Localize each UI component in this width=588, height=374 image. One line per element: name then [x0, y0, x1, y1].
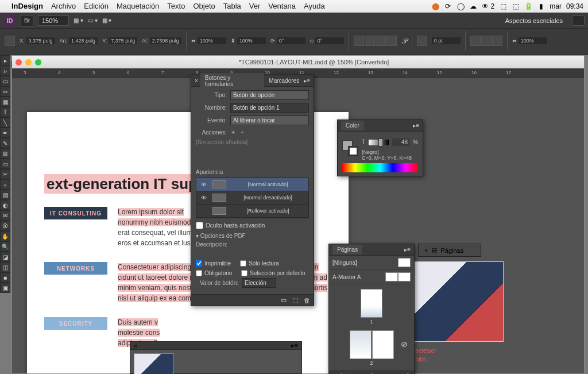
close-icon[interactable]: × [424, 247, 428, 254]
menu-maquetacion[interactable]: Maquetación [117, 2, 159, 10]
sync-icon[interactable]: ⟳ [444, 2, 452, 10]
reference-point[interactable] [5, 36, 15, 46]
content-collector-tool[interactable]: ▦ [0, 97, 10, 107]
fill-stroke-proxy[interactable] [342, 140, 358, 156]
close-icon[interactable]: × [195, 78, 198, 84]
rectangle-tool[interactable]: ▭ [0, 159, 10, 169]
button-value-input[interactable]: Elección [242, 278, 276, 288]
preview-icon[interactable]: ▭ [281, 296, 287, 304]
color-panel[interactable]: Color ▸≡ T 48 % [Negro] C=0, M=0, Y=0, K… [337, 119, 423, 176]
fx-scale-x[interactable]: 100% [519, 37, 547, 44]
readonly-checkbox[interactable]: Sólo lectura [240, 260, 279, 267]
hidden-checkbox[interactable]: Oculto hasta activación [196, 222, 309, 229]
actions-list[interactable]: [Sin acción añadida] [196, 139, 309, 165]
remove-action-icon[interactable]: － [239, 128, 245, 136]
pages-panel[interactable]: Páginas ▸≡ [Ninguna] A-Master A 1 ⊘ 2 2 … [328, 244, 415, 374]
screen-mode-tool[interactable]: ▣ [0, 283, 10, 293]
state-rollover-on[interactable]: [Rollover activado] [196, 205, 308, 218]
tab-pages[interactable]: Páginas [332, 245, 362, 255]
note-tool[interactable]: ✉ [0, 210, 10, 221]
pages-dock-label[interactable]: Páginas [440, 247, 463, 254]
convert-icon[interactable]: ⬚ [292, 296, 298, 304]
pencil-tool[interactable]: ✎ [0, 138, 10, 148]
alert-icon[interactable]: ⬤ [431, 2, 439, 10]
indesign-icon[interactable]: ID [3, 14, 16, 27]
panel-menu-icon[interactable]: ▸≡ [404, 246, 411, 253]
clock-day[interactable]: mar [550, 2, 562, 10]
description-input[interactable] [196, 250, 309, 259]
master-none[interactable]: [Ninguna] [329, 256, 414, 270]
clock-time[interactable]: 09:34 [566, 2, 583, 10]
tint-value[interactable]: 48 [392, 138, 409, 146]
page-thumb-1[interactable] [361, 289, 382, 318]
width-field[interactable]: 1,428 pulg [69, 37, 98, 44]
menu-edicion[interactable]: Edición [84, 2, 109, 10]
window-traffic-lights[interactable] [16, 59, 41, 65]
x-field[interactable]: 9,375 pulg [26, 37, 55, 44]
selection-tool[interactable]: ▸ [0, 55, 10, 65]
battery-icon[interactable]: 🔋 [524, 2, 532, 10]
gap-tool[interactable]: ⇔ [0, 86, 10, 97]
visibility-icon[interactable]: 👁 [200, 182, 208, 188]
p-icon[interactable]: 𝒫 [401, 36, 407, 46]
y-field[interactable]: 7,375 pulg [109, 37, 137, 44]
app-name[interactable]: InDesign [11, 2, 43, 10]
pages-dock[interactable]: × ▤ Páginas [418, 244, 481, 257]
panel-menu-icon[interactable]: ▸≡ [291, 342, 298, 349]
status-badge[interactable]: 👁 2 [482, 2, 494, 10]
menu-ayuda[interactable]: Ayuda [304, 2, 325, 10]
menu-texto[interactable]: Texto [167, 2, 185, 10]
panel-menu-icon[interactable]: ▸≡ [413, 122, 419, 129]
menu-ver[interactable]: Ver [249, 2, 261, 10]
minimize-window-icon[interactable] [25, 59, 32, 65]
state-list[interactable]: 👁[Normal activado] 👁[Normal desactivado]… [196, 178, 309, 218]
type-tool[interactable]: T [0, 107, 10, 117]
search-icon[interactable] [572, 16, 585, 26]
gradient-tool[interactable]: ▤ [0, 190, 10, 200]
state-normal-on[interactable]: 👁[Normal activado] [196, 178, 308, 191]
view-options-icon[interactable]: ▦ ▾ [74, 17, 83, 24]
flip-buttons[interactable] [354, 36, 397, 46]
hand-tool[interactable]: ✋ [0, 231, 10, 241]
dropbox-icon[interactable]: ⬚ [499, 2, 507, 10]
zoom-dropdown[interactable]: 150% [38, 16, 69, 26]
pen-tool[interactable]: ✒ [0, 128, 10, 138]
screen-mode-icon[interactable]: ▭ ▾ [88, 17, 98, 24]
user-icon[interactable]: ◯ [457, 2, 465, 10]
printable-checkbox[interactable]: Imprimible [196, 260, 231, 267]
tab-color[interactable]: Color [341, 121, 364, 130]
zoom-window-icon[interactable] [35, 59, 41, 65]
rotation-field[interactable]: 0° [277, 37, 305, 44]
scale-x-field[interactable]: 100% [198, 37, 226, 44]
apply-color[interactable]: ■ [0, 272, 10, 283]
links-mini-panel[interactable]: × ▸≡ [130, 341, 302, 374]
fill-stroke-tool[interactable]: ◪ [0, 252, 10, 262]
scale-y-field[interactable]: 100% [237, 37, 266, 44]
default-sel-checkbox[interactable]: Selección por defecto [241, 270, 305, 276]
close-window-icon[interactable] [16, 59, 22, 65]
menu-objeto[interactable]: Objeto [193, 2, 215, 10]
height-field[interactable]: 2,7398 pulg [150, 37, 181, 44]
menu-tabla[interactable]: Tabla [223, 2, 241, 10]
arrange-icon[interactable]: ▦ ▾ [102, 17, 112, 24]
tag-networks[interactable]: NETWORKS [44, 262, 107, 275]
name-input[interactable]: Botón de opción 1 [230, 103, 309, 113]
add-action-icon[interactable]: ＋ [230, 128, 236, 136]
gradient-feather-tool[interactable]: ◐ [0, 200, 10, 210]
visibility-icon[interactable]: 👁 [200, 195, 208, 201]
tag-security[interactable]: SECURITY [44, 317, 107, 330]
menu-archivo[interactable]: Archivo [51, 2, 76, 10]
rectangle-frame-tool[interactable]: ⊠ [0, 148, 10, 159]
direct-selection-tool[interactable]: ▹ [0, 65, 10, 76]
shear-field[interactable]: 0° [315, 37, 344, 44]
free-transform-tool[interactable]: ⟐ [0, 179, 10, 190]
master-a[interactable]: A-Master A [329, 270, 414, 284]
pdf-options-label[interactable]: ▾ Opciones de PDF [196, 233, 309, 239]
state-normal-off[interactable]: 👁[Normal desactivado] [196, 191, 308, 205]
default-fill-stroke[interactable]: ◫ [0, 262, 10, 272]
evernote-icon[interactable]: ⬚ [512, 2, 520, 10]
tag-it-consulting[interactable]: IT CONSULTING [44, 207, 107, 219]
line-tool[interactable]: ╲ [0, 117, 10, 128]
panel-menu-icon[interactable]: ▸≡ [304, 78, 310, 84]
event-dropdown[interactable]: Al liberar o tocar [230, 115, 309, 125]
